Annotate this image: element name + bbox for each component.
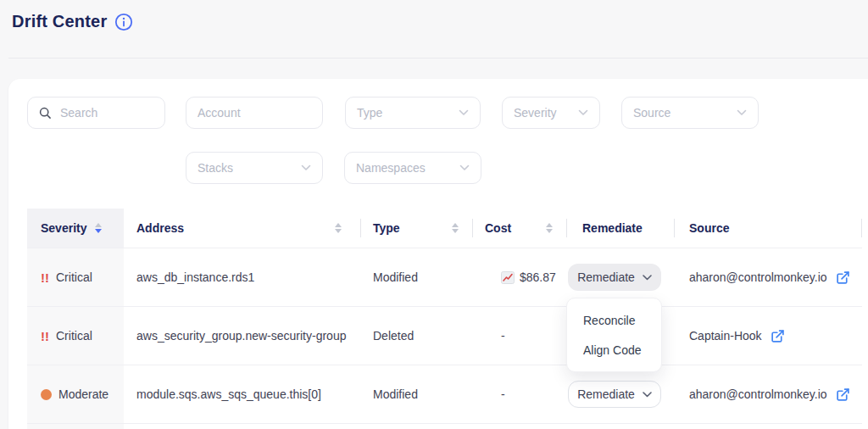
table-row[interactable]: !! Critical aws_security_group.new-secur…	[27, 306, 862, 365]
type-cell: Modified	[360, 248, 472, 306]
filter-stacks-label: Stacks	[198, 161, 233, 175]
severity-label: Critical	[56, 270, 92, 284]
source-label: Captain-Hook	[689, 329, 762, 343]
filter-source-label: Source	[633, 106, 670, 120]
source-cell: Captain-Hook	[674, 307, 862, 365]
source-label: aharon@controlmonkey.io	[689, 387, 827, 401]
table-row[interactable]: Moderate module.sqs.aws_sqs_queue.this[0…	[27, 365, 862, 423]
severity-cell: Moderate	[27, 365, 124, 423]
chevron-down-icon	[459, 164, 470, 171]
chevron-down-icon	[643, 275, 652, 281]
chevron-down-icon	[459, 109, 469, 116]
remediate-button-label: Remediate	[577, 387, 635, 401]
column-header-label: Type	[373, 221, 400, 235]
search-input[interactable]	[58, 105, 153, 120]
chevron-down-icon	[643, 392, 652, 398]
source-label: aharon@controlmonkey.io	[689, 270, 827, 284]
filter-severity-label: Severity	[514, 106, 557, 120]
column-header-cost[interactable]: Cost	[472, 209, 566, 248]
header-divider	[8, 58, 868, 58]
source-cell: aharon@controlmonkey.io	[674, 365, 862, 423]
external-link-icon[interactable]	[836, 270, 850, 285]
source-cell: aharon@controlmonkey.io	[674, 248, 862, 306]
search-input-wrapper	[27, 97, 165, 129]
cost-value: -	[501, 387, 505, 401]
type-cell: Modified	[360, 365, 472, 423]
external-link-icon[interactable]	[836, 387, 850, 402]
address-cell: aws_db_instance.rds1	[124, 248, 360, 306]
column-header-label: Address	[136, 221, 184, 235]
filter-account[interactable]: Account	[186, 97, 323, 129]
table-row	[27, 423, 862, 429]
drift-table-card: Account Type Severity Source Stacks	[8, 79, 868, 429]
chevron-down-icon	[301, 164, 311, 171]
sort-icon[interactable]	[452, 223, 459, 233]
cost-trend-chart-icon	[501, 271, 515, 284]
address-cell: aws_security_group.new-security-group	[124, 307, 360, 365]
severity-cell: !! Critical	[27, 248, 124, 306]
drift-center-page: Drift Center Account Type	[0, 0, 868, 429]
drift-table: Severity Address Type Cost Remediate	[27, 209, 862, 429]
search-icon	[39, 107, 52, 120]
filter-type-label: Type	[357, 106, 382, 120]
chevron-down-icon	[578, 109, 588, 116]
severity-cell: !! Critical	[27, 307, 124, 365]
column-header-label: Source	[689, 221, 729, 235]
info-icon[interactable]	[114, 13, 133, 31]
cost-value: -	[501, 329, 505, 343]
severity-label: Critical	[56, 329, 92, 343]
severity-label: Moderate	[58, 387, 108, 401]
type-cell: Deleted	[360, 307, 472, 365]
filter-severity[interactable]: Severity	[502, 97, 600, 129]
table-row[interactable]: !! Critical aws_db_instance.rds1 Modifie…	[27, 248, 862, 306]
column-header-label: Cost	[485, 221, 511, 235]
orange-dot-icon	[41, 389, 52, 400]
cost-value: $86.87	[520, 270, 556, 284]
cost-cell: -	[472, 365, 566, 423]
column-header-type[interactable]: Type	[360, 209, 472, 248]
address-cell: module.sqs.aws_sqs_queue.this[0]	[124, 365, 360, 423]
column-header-address[interactable]: Address	[124, 209, 360, 248]
menu-item-reconcile[interactable]: Reconcile	[567, 305, 661, 335]
filter-source[interactable]: Source	[621, 97, 759, 129]
double-exclamation-icon: !!	[41, 329, 49, 343]
remediate-dropdown-menu: Reconcile Align Code	[566, 298, 662, 372]
table-header-row: Severity Address Type Cost Remediate	[27, 209, 862, 248]
remediate-button[interactable]: Remediate	[568, 264, 661, 291]
column-header-label: Severity	[41, 221, 86, 235]
column-header-severity[interactable]: Severity	[27, 209, 124, 248]
remediate-button-label: Remediate	[577, 270, 635, 284]
page-title: Drift Center	[12, 12, 107, 31]
filter-stacks[interactable]: Stacks	[186, 152, 323, 184]
sort-icon[interactable]	[335, 223, 342, 233]
column-header-remediate: Remediate	[566, 209, 674, 248]
cost-cell: -	[472, 307, 566, 365]
column-header-source: Source	[674, 209, 862, 248]
remediate-button[interactable]: Remediate	[568, 381, 661, 408]
column-header-label: Remediate	[582, 221, 643, 235]
external-link-icon[interactable]	[771, 329, 785, 343]
cost-cell: $86.87	[472, 248, 566, 306]
filter-namespaces[interactable]: Namespaces	[344, 152, 481, 184]
page-header: Drift Center	[12, 12, 133, 31]
filter-type[interactable]: Type	[345, 97, 481, 129]
sort-icon[interactable]	[546, 223, 553, 233]
menu-item-align-code[interactable]: Align Code	[567, 335, 661, 365]
remediate-cell: Remediate	[566, 365, 674, 423]
filter-namespaces-label: Namespaces	[356, 161, 426, 175]
double-exclamation-icon: !!	[41, 270, 49, 285]
filter-account-label: Account	[198, 106, 241, 120]
sort-icon[interactable]	[95, 223, 102, 233]
chevron-down-icon	[737, 109, 747, 116]
